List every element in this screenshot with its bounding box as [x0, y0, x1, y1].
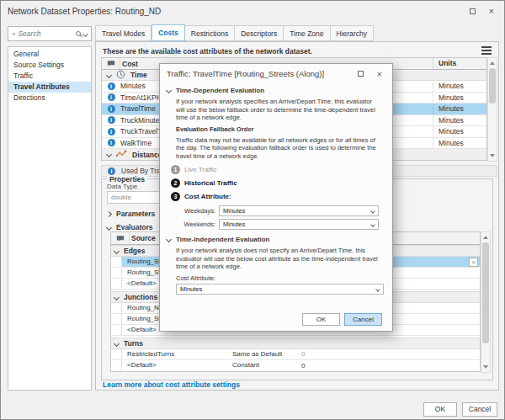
tab-travel-modes[interactable]: Travel Modes — [95, 25, 152, 41]
evaluator-row[interactable]: RestrictedTurns Same as Default 0 — [111, 349, 480, 360]
fallback-order-description: Traffic data may not be available for al… — [176, 136, 382, 161]
tab-costs[interactable]: Costs — [152, 24, 185, 41]
scrollbar-thumb[interactable] — [482, 242, 489, 343]
cost-attribute-select[interactable]: Minutes — [176, 284, 384, 295]
row-indicator — [111, 268, 122, 278]
chevron-down-icon — [106, 152, 112, 157]
tab-restrictions[interactable]: Restrictions — [185, 25, 235, 41]
chevron-down-icon[interactable] — [82, 30, 88, 36]
time-independent-header: Time-Independent Evaluation — [176, 236, 269, 243]
step-historical-traffic: 2 Historical Traffic — [171, 178, 382, 188]
step-cost-attribute: 3 Cost Attribute: — [171, 191, 382, 201]
ok-button[interactable]: OK — [423, 402, 457, 417]
weekends-field-row: Weekends: Minutes — [177, 219, 382, 230]
sidebar-item-general[interactable]: General — [8, 49, 91, 60]
evaluator-source: RestrictedTurns — [122, 349, 231, 359]
row-indicator — [111, 257, 122, 267]
info-icon — [108, 128, 115, 136]
scroll-down-icon[interactable] — [490, 154, 495, 157]
cost-units: Minutes — [433, 81, 486, 92]
sidebar-item-source-settings[interactable]: Source Settings — [8, 60, 91, 71]
chevron-down-icon — [370, 209, 375, 214]
maximize-icon[interactable] — [358, 71, 364, 77]
search-input[interactable] — [18, 29, 61, 38]
scroll-up-icon[interactable] — [490, 61, 495, 65]
info-icon — [108, 105, 115, 113]
chevron-right-icon — [106, 210, 112, 216]
costs-intro-text: These are the available cost attributes … — [103, 47, 312, 56]
search-box[interactable]: » — [8, 26, 92, 41]
tab-hierarchy[interactable]: Hierarchy — [331, 25, 374, 41]
chevron-down-icon — [114, 247, 120, 253]
search-icon[interactable] — [76, 31, 81, 36]
cost-attribute-value: Minutes — [180, 285, 376, 293]
weekends-value: Minutes — [223, 221, 371, 228]
evaluators-scrollbar[interactable] — [481, 231, 491, 373]
row-indicator — [111, 314, 122, 324]
step-live-traffic: 1 Live Traffic — [171, 164, 382, 174]
cost-units: Minutes — [433, 138, 486, 149]
cost-attribute-label: Cost Attribute: — [176, 274, 382, 283]
parameters-expander[interactable]: Parameters — [107, 210, 155, 218]
dialog-controls: × — [358, 70, 385, 78]
learn-more-link[interactable]: Learn more about cost attribute settings — [103, 380, 240, 389]
time-dependent-section[interactable]: Time-Dependent Evaluation — [167, 87, 382, 94]
dialog-buttons: OK Cancel — [302, 313, 382, 326]
step-label: Historical Traffic — [184, 179, 237, 187]
chevron-down-icon — [370, 222, 375, 227]
row-indicator — [111, 303, 122, 313]
sidebar-item-directions[interactable]: Directions — [8, 93, 91, 104]
cost-table-scrollbar[interactable] — [487, 57, 497, 162]
weekdays-label: Weekdays: — [177, 207, 219, 215]
distance-group-label: Distance — [132, 151, 162, 159]
step-number-badge: 3 — [171, 192, 180, 201]
row-indicator — [111, 360, 122, 371]
tab-time-zone[interactable]: Time Zone — [284, 25, 330, 41]
expander-icon: » — [12, 30, 15, 38]
menu-icon[interactable] — [481, 46, 492, 55]
step-label: Cost Attribute: — [184, 193, 231, 200]
sidebar-item-traffic[interactable]: Traffic — [8, 71, 91, 82]
sidebar-item-travel-attributes[interactable]: Travel Attributes — [8, 82, 91, 93]
maximize-icon[interactable] — [470, 8, 476, 14]
step-label: Live Traffic — [184, 166, 217, 173]
time-independent-description: If your network analysis does not specif… — [176, 247, 382, 271]
dialog-cancel-button[interactable]: Cancel — [344, 313, 382, 326]
info-icon — [108, 167, 115, 175]
attribute-tabbar: Travel Modes Costs Restrictions Descript… — [95, 24, 499, 41]
row-indicator — [111, 325, 122, 335]
evaluators-expander[interactable]: Evaluators — [107, 223, 152, 231]
tab-descriptors[interactable]: Descriptors — [235, 25, 284, 41]
cost-units: Minutes — [433, 115, 486, 126]
chevron-down-icon — [166, 237, 172, 242]
scrollbar-thumb[interactable] — [489, 68, 496, 104]
cancel-button[interactable]: Cancel — [462, 402, 497, 417]
units-column-header: Units — [433, 58, 486, 69]
weekdays-select[interactable]: Minutes — [219, 205, 379, 216]
info-icon — [108, 93, 115, 101]
close-icon[interactable]: × — [377, 70, 382, 78]
cost-units: Minutes — [433, 104, 486, 114]
expression-icon[interactable] — [469, 258, 478, 267]
scroll-up-icon[interactable] — [483, 236, 488, 239]
turns-group-label: Turns — [124, 339, 143, 348]
traffic-evaluator-dialog: Traffic: TravelTime [Routing_Streets (Al… — [159, 63, 393, 332]
evaluator-source: <Default> — [122, 360, 231, 371]
scroll-down-icon[interactable] — [483, 365, 488, 369]
window-title: Network Dataset Properties: Routing_ND — [8, 7, 470, 16]
weekends-select[interactable]: Minutes — [219, 219, 379, 230]
time-dependent-header: Time-Dependent Evaluation — [176, 87, 264, 94]
parameters-label: Parameters — [116, 210, 155, 218]
dialog-ok-button[interactable]: OK — [302, 313, 340, 326]
weekdays-field-row: Weekdays: Minutes — [177, 205, 382, 216]
time-independent-section[interactable]: Time-Independent Evaluation — [167, 236, 382, 243]
network-dataset-properties-window: { "icons": { "close_glyph": "×", "expand… — [0, 0, 505, 420]
close-icon[interactable]: × — [489, 7, 494, 15]
row-indicator — [111, 279, 122, 289]
step-number-badge: 2 — [171, 178, 180, 188]
edges-group-label: Edges — [124, 247, 146, 255]
evaluator-value: 0 — [298, 360, 480, 371]
fallback-order-header: Evaluation Fallback Order — [176, 125, 382, 133]
evaluator-row[interactable]: <Default> Constant 0 — [111, 360, 480, 371]
turns-group-row[interactable]: Turns — [111, 338, 480, 349]
